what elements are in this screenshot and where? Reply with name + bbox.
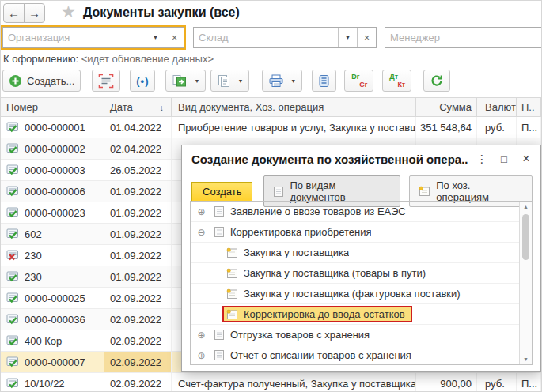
cell-number[interactable]: 0000-000006 [1,181,104,202]
cell-sum[interactable]: 900,00 [416,373,477,391]
manager-input[interactable] [385,28,542,47]
cell-date[interactable]: 01.09.2022 [104,245,172,266]
cell-number[interactable]: 0000-000001 [1,117,104,138]
cell-number[interactable]: 230 [1,266,104,287]
expander-icon[interactable]: ⊕ [195,206,207,217]
tree-item-body[interactable]: Закупка у поставщика [222,244,356,261]
warehouse-dropdown-button[interactable]: ▼ [338,28,357,47]
cell-currency[interactable]: руб. [477,373,517,391]
column-header-type[interactable]: Вид документа, Хоз. операция [172,98,416,116]
column-header-sum[interactable]: Сумма [416,98,477,116]
cell-number[interactable]: 400 Кор [1,330,104,351]
cell-p[interactable]: П... [517,373,541,391]
tree-scrollbar[interactable]: ▲ ▼ [519,202,532,364]
expander-icon[interactable]: ⊖ [195,227,207,238]
tree-item-label: Закупка у поставщика [244,247,349,258]
scroll-up-icon[interactable]: ▲ [520,204,532,209]
dialog-close-button[interactable]: × [517,150,536,168]
cell-number[interactable]: 230 [1,245,104,266]
expander-icon[interactable]: ⊕ [195,350,207,361]
kebab-menu-icon: ⋮ [476,153,487,165]
tree-item[interactable]: ⊖ Корректировка приобретения [191,222,519,243]
barcode-scan-button[interactable] [92,70,120,92]
tree-item[interactable]: ⊕ Отчет о списании товаров с хранения [191,345,519,364]
cell-date[interactable]: 02.09.2022 [104,288,172,308]
warehouse-filter: ▼ × [193,27,377,48]
cell-date[interactable]: 26.05.2022 [104,160,172,180]
tree-folder-icon [226,288,238,300]
create-button[interactable]: Создать... [2,70,81,92]
cell-number[interactable]: 0000-000025 [1,288,104,308]
cell-date[interactable]: 01.04.2022 [104,117,172,138]
tree-item[interactable]: Закупка у поставщика (фактуровка поставк… [191,284,519,304]
column-header-currency[interactable]: Валюта [477,98,517,116]
cell-date[interactable]: 02.09.2022 [104,352,172,372]
tree-item[interactable]: Закупка у поставщика [191,243,519,263]
organization-dropdown-button[interactable]: ▼ [146,28,165,47]
forward-icon: → [28,6,40,20]
column-header-date[interactable]: Дата ↓ [104,98,172,116]
copy-document-button[interactable]: ▼ [165,70,206,92]
document-number: 230 [25,250,42,262]
warehouse-clear-button[interactable]: × [357,28,376,47]
organization-input[interactable] [3,28,146,47]
tree-item[interactable]: ⊕ Отгрузка товаров с хранения [191,325,519,345]
dialog-menu-button[interactable]: ⋮ [472,150,491,168]
document-date: 02.09.2022 [110,356,161,368]
tree-item-body[interactable]: Заявление о ввозе товаров из ЕАЭС [210,203,413,220]
cell-number[interactable]: 0000-000002 [1,138,104,159]
dialog-maximize-button[interactable]: □ [495,150,514,168]
cell-date[interactable]: 01.09.2022 [104,224,172,244]
refresh-button[interactable] [423,70,450,92]
wireless-button[interactable]: (•) [130,70,155,92]
cell-date[interactable]: 02.09.2022 [104,373,172,391]
dialog-create-button[interactable]: Создать [191,182,252,202]
cell-date[interactable]: 02.09.2022 [104,309,172,330]
cell-number[interactable]: 0000-000007 [1,352,104,372]
tree-item-body[interactable]: Отгрузка товаров с хранения [210,326,377,343]
cell-date[interactable]: 01.09.2022 [104,202,172,223]
cell-date[interactable]: 02.04.2022 [104,138,172,159]
scrollbar-thumb[interactable] [522,214,529,260]
cell-date[interactable]: 01.09.2022 [104,266,172,287]
tree-item-body[interactable]: Отчет о списании товаров с хранения [210,347,419,364]
tree-item[interactable]: Корректировка до ввода остатков [191,304,519,325]
cell-number[interactable]: 10/10/22 [1,373,104,391]
back-button[interactable]: ← [3,3,25,23]
cell-sum[interactable]: 351 548,64 [416,117,477,138]
cell-currency[interactable]: руб. [477,117,517,138]
warehouse-input[interactable] [194,28,338,47]
tree-item[interactable]: Закупка у поставщика (товары в пути) [191,263,519,284]
expander-icon[interactable]: ⊕ [195,330,207,341]
cell-p[interactable]: П... [517,117,541,138]
barcode-icon [98,74,114,89]
create-based-on-button[interactable]: ▼ [210,70,249,92]
register-list-button[interactable] [312,70,336,92]
dtkt-button[interactable]: Дт Кт [382,70,411,92]
tree-item-body[interactable]: Корректировка до ввода остатков [222,306,412,322]
cell-number[interactable]: 0000-000003 [1,160,104,180]
cell-number[interactable]: 0000-000036 [1,309,104,330]
tree-item-body[interactable]: Закупка у поставщика (товары в пути) [222,265,433,281]
create-button-label: Создать... [27,75,74,87]
cell-type[interactable]: Приобретение товаров и услуг, Закупка у … [172,117,416,138]
tree-item[interactable]: ⊕ Заявление о ввозе товаров из ЕАЭС [191,202,519,222]
tree-item-body[interactable]: Закупка у поставщика (фактуровка поставк… [222,285,468,302]
cell-date[interactable]: 01.09.2022 [104,181,172,202]
column-header-number[interactable]: Номер [1,98,104,116]
organization-clear-button[interactable]: × [165,28,184,47]
cell-number[interactable]: 0000-000023 [1,202,104,223]
tree-item-body[interactable]: Корректировка приобретения [210,224,378,240]
cell-date[interactable]: 02.09.2022 [104,330,172,351]
cell-type[interactable]: Счет-фактура полученный, Закупка у поста… [172,373,416,391]
to-process-link[interactable]: К оформлению: [3,53,78,65]
column-header-p[interactable]: П.. [517,98,541,116]
favorite-star-icon[interactable]: ★ [61,2,76,21]
forward-button[interactable]: → [24,3,45,23]
drcr-button[interactable]: Dr Cr [344,70,373,92]
cell-number[interactable]: 602 [1,224,104,244]
table-row[interactable]: 10/10/22 02.09.2022 Счет-фактура получен… [1,373,541,391]
scroll-down-icon[interactable]: ▼ [520,356,532,362]
print-button[interactable]: ▼ [262,70,302,92]
table-row[interactable]: 0000-000001 01.04.2022 Приобретение това… [1,117,541,138]
